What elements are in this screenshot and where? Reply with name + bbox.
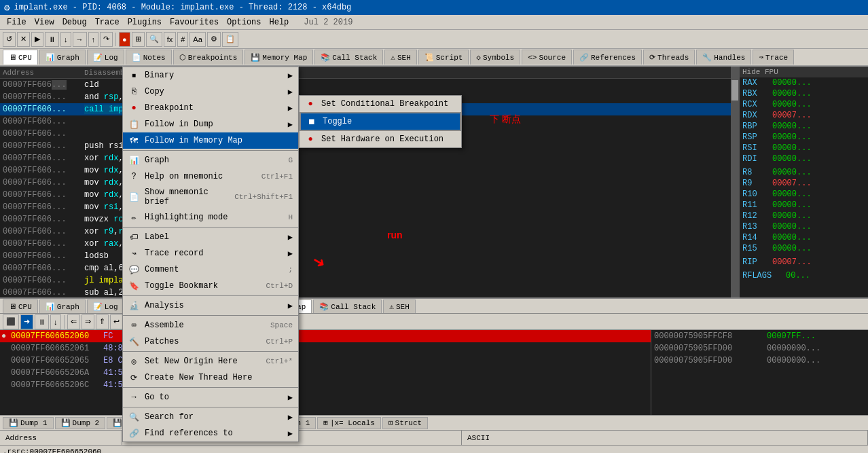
btab-callstack[interactable]: 📚 Call Stack (313, 300, 382, 313)
ftab-struct[interactable]: ⊡ Struct (382, 417, 428, 429)
cm-toggle-bookmark[interactable]: 🔖 Toggle Bookmark Ctrl+D (123, 278, 298, 294)
sm-set-conditional[interactable]: ● Set Conditional Breakpoint (300, 96, 461, 112)
btb-stop[interactable]: ⬛ (3, 314, 19, 329)
cm-assemble[interactable]: ⌨ Assemble Space (123, 317, 298, 333)
tb-pause[interactable]: ⏸ (45, 32, 59, 47)
tb-run-to[interactable]: ↷ (100, 32, 113, 47)
tb-bp[interactable]: ● (119, 32, 130, 47)
cm-graph[interactable]: 📊 Graph G (123, 152, 298, 168)
btb-cmd4[interactable]: ↩ (110, 314, 123, 329)
tab-source[interactable]: <> Source (522, 50, 572, 65)
btab-seh[interactable]: ⚠ SEH (383, 300, 415, 313)
disasm-row[interactable]: 00007FF606... mov rdx,qword ptr ds:[rdx+… (0, 177, 739, 189)
tab-references[interactable]: 🔗 References (573, 50, 642, 65)
tb-font[interactable]: Aa (189, 32, 205, 47)
cm-search[interactable]: 🔍 Search for ▶ (123, 409, 298, 425)
btb-cmd3[interactable]: ⇑ (96, 314, 109, 329)
cm-set-origin[interactable]: ◎ Set New Origin Here Ctrl+* (123, 353, 298, 369)
ftab-dump2[interactable]: 💾 Dump 2 (55, 417, 106, 429)
tab-notes[interactable]: 📄 Notes (126, 50, 172, 65)
cm-comment[interactable]: 💬 Comment ; (123, 261, 298, 278)
tb-run[interactable]: ▶ (31, 32, 43, 47)
cm-show-brief[interactable]: 📄 Show mnemonic brief Ctrl+Shift+F1 (123, 185, 298, 209)
disasm-row[interactable]: 00007FF606... xor r9,r9 (0, 225, 739, 238)
cm-breakpoint[interactable]: ● Breakpoint ▶ (123, 100, 298, 116)
bottom-disasm[interactable]: ● 00007FF606652060 FC cld 00007FF6066520… (0, 330, 651, 415)
tb-step-into[interactable]: ↓ (60, 32, 71, 47)
tab-log[interactable]: 📝 Log (87, 50, 124, 65)
cm-copy[interactable]: ⎘ Copy ▶ (123, 84, 298, 100)
disasm-row[interactable]: 00007FF606... mov rsi,qword ptr ds:[rdx+… (0, 201, 739, 213)
btab-cpu[interactable]: 🖥 CPU (3, 300, 38, 313)
bt-row[interactable]: 00007FF60665206C 41:50 push r8 (0, 379, 651, 391)
menu-trace[interactable]: Trace (91, 16, 124, 29)
hide-fpu-btn[interactable]: Hide FPU (740, 67, 868, 77)
menu-help[interactable]: Help (266, 16, 293, 29)
btb-pause[interactable]: ⏸ (35, 314, 49, 329)
disasm-row[interactable]: 00007FF606... movzx rcx,word ptr ds:[rdx… (0, 213, 739, 225)
tb-close[interactable]: ✕ (17, 32, 30, 47)
ftab-dump1[interactable]: 💾 Dump 1 (3, 417, 54, 429)
cm-analysis[interactable]: 🔬 Analysis ▶ (123, 297, 298, 314)
cm-label[interactable]: 🏷 Label ▶ (123, 229, 298, 245)
tab-trace[interactable]: ↝ Trace (753, 50, 794, 65)
tb-settings[interactable]: ⚙ (207, 32, 221, 47)
disasm-row[interactable]: 00007FF606... cmp al,6161:'a' (0, 262, 739, 274)
bt-row-current[interactable]: ● 00007FF606652060 FC cld (0, 330, 651, 342)
tb-hash[interactable]: # (177, 32, 188, 47)
tab-threads[interactable]: ⟳ Threads (643, 50, 695, 65)
stack-row[interactable]: 00000075905FFD00 00000000... (651, 355, 868, 367)
menu-options[interactable]: Options (223, 16, 265, 29)
cm-binary[interactable]: ■ Binary ▶ (123, 67, 298, 84)
btb-step[interactable]: ↓ (50, 314, 61, 329)
cm-find-refs[interactable]: 🔗 Find references to ▶ (123, 425, 298, 441)
bt-row[interactable]: 00007FF606652065 E8 C0000000 call impl..… (0, 355, 651, 367)
tb-log[interactable]: 📋 (222, 32, 238, 47)
bt-row[interactable]: 00007FF60665206A 41:51 push r9 (0, 367, 651, 379)
tab-memory[interactable]: 💾 Memory Map (245, 50, 313, 65)
tb-search[interactable]: 🔍 (146, 32, 162, 47)
tab-callstack[interactable]: 📚 Call Stack (314, 50, 383, 65)
tab-breakpoints[interactable]: ⬡ Breakpoints (173, 50, 244, 65)
disasm-row[interactable]: 00007FF606... mov rdx,qword ptr ds:[rdx+… (0, 189, 739, 201)
stack-row[interactable]: 00000075905FFCF8 00007FF... (651, 330, 868, 342)
tb-cmd[interactable]: ⊞ (132, 32, 145, 47)
tab-symbols[interactable]: ◇ Symbols (470, 50, 520, 65)
menu-debug[interactable]: Debug (58, 16, 91, 29)
tab-script[interactable]: 📜 Script (418, 50, 469, 65)
disasm-row[interactable]: 00007FF606... cld (0, 79, 739, 91)
tab-handles[interactable]: 🔧 Handles (696, 50, 751, 65)
btb-cmd1[interactable]: ⇐ (67, 314, 80, 329)
disasm-row[interactable]: 00007FF606... mov rdx,qword ptr ds:[rdx+… (0, 164, 739, 177)
menu-file[interactable]: File (3, 16, 31, 29)
scrollbar-thumb[interactable] (731, 80, 738, 101)
cm-highlighting[interactable]: ✏ Highlighting mode H (123, 209, 298, 225)
cm-goto[interactable]: → Go to ▶ (123, 389, 298, 405)
sm-toggle[interactable]: ⏹ Toggle 下 断点 (300, 112, 461, 131)
tab-graph[interactable]: 📊 Graph (39, 50, 86, 65)
cm-trace-record[interactable]: ↝ Trace record ▶ (123, 245, 298, 261)
btb-run[interactable]: ➜ (20, 314, 33, 329)
ftab-locals[interactable]: ⊞ |x= Locals (317, 417, 381, 429)
cm-create-thread[interactable]: ⟳ Create New Thread Here (123, 369, 298, 386)
btb-cmd2[interactable]: ⇒ (82, 314, 94, 329)
cm-follow-memory[interactable]: 🗺 Follow in Memory Map (123, 132, 298, 149)
sm-hardware[interactable]: ● Set Hardware on Execution (300, 131, 461, 147)
menu-plugins[interactable]: Plugins (124, 16, 166, 29)
tb-step-out[interactable]: ↑ (88, 32, 99, 47)
cm-follow-dump[interactable]: 📋 Follow in Dump ▶ (123, 116, 298, 132)
disasm-row[interactable]: 00007FF606... xor rdx,rdx (0, 152, 739, 164)
disasm-scrollbar[interactable] (731, 67, 739, 297)
tb-fx[interactable]: fx (164, 32, 177, 47)
disasm-row[interactable]: 00007FF606... sub al,20 (0, 287, 739, 297)
disasm-row-jl[interactable]: 00007FF606... jl implant.7FF606652097 (0, 274, 739, 287)
btab-graph[interactable]: 📊 Graph (39, 300, 86, 313)
cm-patches[interactable]: 🔨 Patches Ctrl+P (123, 333, 298, 350)
menu-favourites[interactable]: Favourites (166, 16, 223, 29)
cm-help-mnemonic[interactable]: ? Help on mnemonic Ctrl+F1 (123, 168, 298, 185)
btab-log[interactable]: 📝 Log (87, 300, 124, 313)
tab-seh[interactable]: ⚠ SEH (384, 50, 416, 65)
tb-step-over[interactable]: → (73, 32, 87, 47)
bottom-stack[interactable]: 00000075905FFCF8 00007FF... 00000075905F… (651, 330, 868, 415)
menu-view[interactable]: View (31, 16, 58, 29)
